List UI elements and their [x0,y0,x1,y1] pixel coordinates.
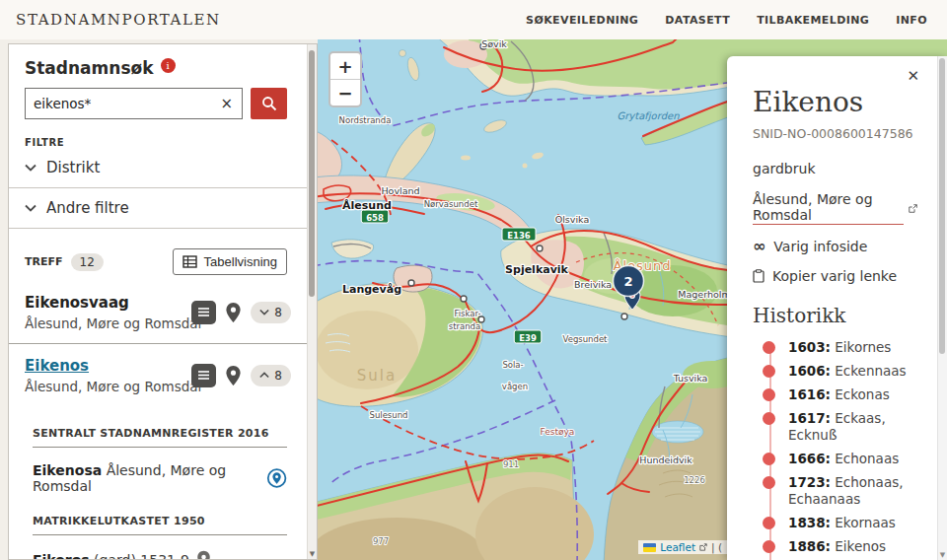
register-entry: Eikeros (gard) 1531-9 [33,550,287,560]
zoom-in-button[interactable]: + [330,53,360,80]
sidebar-scrollbar[interactable]: ▼ [307,44,317,559]
app-title: STADNAMNPORTALEN [16,11,221,29]
permalink-link[interactable]: ∞ Varig infoside [753,239,917,254]
municipality-link[interactable]: Ålesund, Møre og Romsdal [753,191,904,225]
copy-permalink-button[interactable]: Kopier varig lenke [753,268,917,284]
history-entry: 1603: Eikornes [753,339,917,356]
road-shield-label: E136 [507,231,531,241]
map-label: Sula [357,367,397,385]
expand-result-button[interactable]: 8 [251,302,291,323]
record-list-button[interactable] [191,364,216,387]
nav-item[interactable]: TILBAKEMELDING [757,14,869,27]
result-row-eikenos: Eikenos Ålesund, Møre og Romsdal 8 [25,344,287,406]
map-label: Grytafjorden [617,110,680,122]
clear-search-icon[interactable]: × [211,95,242,112]
map-pin-icon [225,302,242,323]
map-label: Søvik [481,39,507,49]
history-entry: 1617: Eckaas, Ecknuß [753,410,917,444]
main-nav: SØKEVEILEDNINGDATASETTTILBAKEMELDINGINFO [526,14,927,27]
record-list-button[interactable] [191,301,216,324]
search-input[interactable] [26,96,211,111]
record-count: 8 [274,369,282,383]
timeline-dot-icon [763,540,775,553]
entry-name: Eikenosa [33,462,102,478]
history-name: Eckennaas [835,363,906,379]
map-attribution: Leaflet | ( [638,540,727,554]
timeline-dot-icon [763,453,775,465]
map-label: Olsvika [555,214,589,225]
nav-item[interactable]: DATASETT [665,14,730,27]
map-label: Nordstranda [339,115,392,125]
scroll-down-arrow[interactable]: ▼ [938,551,947,559]
infinity-icon: ∞ [753,242,765,251]
info-icon[interactable]: i [161,58,176,73]
map-label: 977 [373,536,389,546]
history-year: 1616: [788,386,831,402]
search-panel-title: Stadnamnsøk [25,58,154,78]
history-entry: 1886: Eikenos [753,538,917,555]
list-icon [197,307,210,317]
chevron-up-icon [259,372,269,379]
scrollbar-thumb[interactable] [939,58,945,354]
map-label: vågen [502,382,528,391]
list-icon [197,370,210,381]
scroll-down-arrow[interactable]: ▼ [308,550,317,558]
map-label: Breivika [574,279,612,290]
timeline-dot-icon [763,517,775,529]
filter-district[interactable]: Distrikt [25,148,287,187]
map-label: Magerholm [678,289,730,300]
history-year: 1603: [788,339,831,355]
map-label: 911 [503,459,519,469]
timeline-dot-icon [763,365,775,378]
timeline-dot-icon [763,388,775,401]
scrollbar-thumb[interactable] [309,50,315,297]
road-shield-label: 658 [366,213,384,223]
map-label: Hovland [381,185,419,196]
filter-label: Andre filtre [46,199,129,217]
map-label: Vegsundet [563,334,609,344]
road-shield-label: E39 [519,333,537,343]
show-on-map-button[interactable] [225,365,242,386]
place-detail-panel: ✕ Eikenos SNID-NO-0008600147586 gardbruk… [727,56,947,560]
nav-item[interactable]: INFO [896,14,927,27]
timeline-dot-icon [763,412,775,425]
history-entry: 1723: Echonaas, Echaanaas [753,474,917,508]
copy-permalink-label: Kopier varig lenke [772,268,897,284]
timeline-dot-icon [763,476,775,489]
history-year: 1617: [788,410,831,426]
search-button[interactable] [251,88,287,119]
map-label: Hundeidvik [639,455,692,465]
history-entry: 1838: Ekornaas [753,515,917,531]
table-view-button[interactable]: Tabellvisning [173,248,287,275]
selected-pin-icon[interactable] [266,466,287,490]
show-on-map-button[interactable] [225,302,242,323]
history-year: 1723: [788,474,831,490]
history-entry: 1616: Eckonas [753,386,917,403]
results-count-label: TREFF [25,255,63,268]
close-icon[interactable]: ✕ [907,67,919,85]
table-icon [182,255,197,268]
clipboard-icon [753,269,765,283]
history-year: 1838: [788,515,831,530]
chevron-down-icon [25,164,36,172]
panel-scrollbar[interactable]: ▼ [937,56,947,560]
history-year: 1886: [788,538,831,554]
zoom-out-button[interactable]: − [330,80,360,105]
history-timeline: 1603: Eikornes 1606: Eckennaas 1616: Eck… [753,339,917,560]
map-label: Tusvika [673,373,708,384]
place-snid: SNID-NO-0008600147586 [753,126,917,141]
map-pin-icon [225,365,242,386]
map-label: 1226 [684,475,705,485]
nav-item[interactable]: SØKEVEILEDNING [526,14,638,27]
history-year: 1606: [788,363,831,379]
map-label: Spjelkavik [505,263,568,276]
history-entry: 1606: Eckennaas [753,363,917,380]
filter-other[interactable]: Andre filtre [25,188,287,228]
record-count: 8 [274,306,282,319]
map-label: Sola- [502,360,523,370]
leaflet-link[interactable]: Leaflet [660,541,695,553]
chevron-down-icon [25,204,36,212]
collapse-result-button[interactable]: 8 [251,365,291,386]
pin-icon[interactable] [196,550,211,560]
place-category: gardbruk [753,161,917,176]
